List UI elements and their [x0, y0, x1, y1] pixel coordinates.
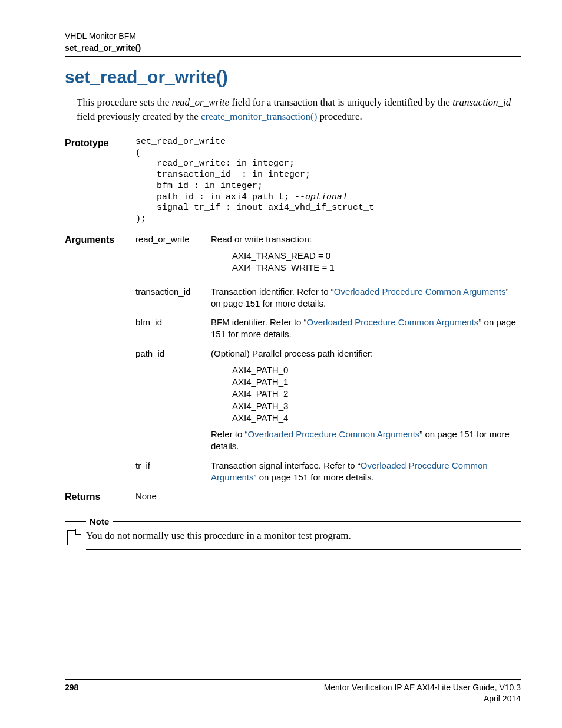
arg-path-id-name: path_id: [135, 348, 211, 460]
running-footer: 298 Mentor Verification IP AE AXI4-Lite …: [65, 679, 521, 704]
header-line2: set_read_or_write(): [65, 42, 521, 54]
intro-text: This procedure sets the: [77, 97, 171, 108]
footer-date: April 2014: [324, 693, 521, 704]
arg-read-or-write-values: AXI4_TRANS_READ = 0 AXI4_TRANS_WRITE = 1: [232, 250, 521, 274]
header-rule: [65, 56, 521, 57]
arg-transaction-id-desc: Transaction identifier. Refer to “Overlo…: [211, 286, 521, 310]
arg-transaction-id-name: transaction_id: [135, 286, 211, 317]
page-number: 298: [65, 682, 78, 693]
intro-text: field for a transaction that is uniquely…: [229, 97, 452, 108]
note-body: You do not normally use this procedure i…: [65, 526, 521, 549]
note-rule-left: [65, 521, 86, 522]
value-trans-read: AXI4_TRANS_READ = 0: [232, 250, 521, 262]
value-path-4: AXI4_PATH_4: [232, 412, 521, 424]
arg-desc-text: Transaction identifier. Refer to “: [211, 286, 334, 297]
value-path-2: AXI4_PATH_2: [232, 388, 521, 400]
prototype-code: set_read_or_write ( read_or_write: in in…: [135, 137, 521, 225]
arg-desc-text: Transaction signal interface. Refer to “: [211, 460, 361, 470]
arg-tr-if-desc: Transaction signal interface. Refer to “…: [211, 460, 521, 484]
intro-italic-2: transaction_id: [452, 97, 511, 108]
prototype-optional: --optional: [295, 192, 348, 202]
note-rule-bottom: [86, 549, 521, 550]
definition-grid: Prototype set_read_or_write ( read_or_wr…: [65, 137, 521, 503]
arg-tr-if-name: tr_if: [135, 460, 211, 491]
note-block: Note You do not normally use this proced…: [65, 516, 521, 550]
note-label: Note: [90, 516, 109, 526]
note-header: Note: [65, 516, 521, 526]
arg-path-id-values: AXI4_PATH_0 AXI4_PATH_1 AXI4_PATH_2 AXI4…: [232, 364, 521, 424]
link-overloaded-args[interactable]: Overloaded Procedure Common Arguments: [334, 286, 506, 297]
intro-text: field previously created by the: [77, 111, 201, 122]
arg-desc-text: ” on page 151 for more details.: [254, 472, 374, 482]
header-line1: VHDL Monitor BFM: [65, 31, 521, 42]
intro-italic-1: read_or_write: [171, 97, 229, 108]
link-overloaded-args[interactable]: Overloaded Procedure Common Arguments: [307, 317, 479, 327]
returns-value: None: [135, 490, 211, 503]
arg-bfm-id-name: bfm_id: [135, 317, 211, 348]
arg-path-id-desc: (Optional) Parallel process path identif…: [211, 348, 521, 453]
page-title: set_read_or_write(): [65, 67, 521, 87]
link-overloaded-args[interactable]: Overloaded Procedure Common Arguments: [248, 429, 420, 439]
value-trans-write: AXI4_TRANS_WRITE = 1: [232, 262, 521, 274]
arg-desc-text: BFM identifier. Refer to “: [211, 317, 307, 327]
arg-desc-text: (Optional) Parallel process path identif…: [211, 348, 373, 358]
note-rule-right: [113, 521, 521, 522]
intro-text: procedure.: [317, 111, 362, 122]
footer-rule: [65, 679, 521, 680]
footer-guide: Mentor Verification IP AE AXI4-Lite User…: [324, 682, 521, 693]
link-create-monitor-transaction[interactable]: create_monitor_transaction(): [201, 111, 317, 122]
arg-read-or-write-desc: Read or write transaction: AXI4_TRANS_RE…: [211, 233, 521, 279]
value-path-3: AXI4_PATH_3: [232, 400, 521, 412]
document-icon: [67, 530, 80, 545]
label-arguments: Arguments: [65, 233, 135, 286]
label-prototype: Prototype: [65, 137, 135, 233]
intro-paragraph: This procedure sets the read_or_write fi…: [77, 95, 521, 124]
note-text: You do not normally use this procedure i…: [86, 529, 351, 543]
arg-desc-text: Refer to “: [211, 429, 248, 439]
label-returns: Returns: [65, 490, 135, 503]
arg-read-or-write-name: read_or_write: [135, 233, 211, 286]
value-path-1: AXI4_PATH_1: [232, 376, 521, 388]
value-path-0: AXI4_PATH_0: [232, 364, 521, 376]
running-header: VHDL Monitor BFM set_read_or_write(): [65, 31, 521, 57]
arg-bfm-id-desc: BFM identifier. Refer to “Overloaded Pro…: [211, 317, 521, 341]
arg-desc-text: Read or write transaction:: [211, 234, 312, 244]
